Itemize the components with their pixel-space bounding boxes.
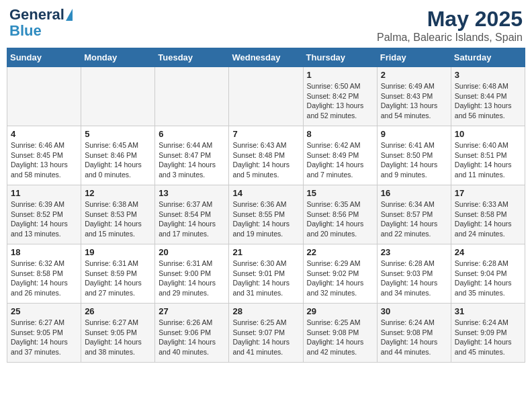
calendar-cell: 20Sunrise: 6:31 AMSunset: 9:00 PMDayligh…: [155, 244, 229, 304]
cell-info: Sunrise: 6:33 AMSunset: 8:58 PMDaylight:…: [455, 199, 521, 239]
day-header-thursday: Thursday: [303, 48, 377, 67]
day-number: 15: [307, 188, 373, 198]
calendar-cell: 26Sunrise: 6:27 AMSunset: 9:05 PMDayligh…: [81, 304, 155, 363]
calendar-week-4: 18Sunrise: 6:32 AMSunset: 8:58 PMDayligh…: [7, 244, 525, 304]
calendar-cell: [7, 67, 81, 126]
day-number: 20: [159, 247, 225, 257]
day-number: 12: [85, 188, 151, 198]
calendar-cell: 8Sunrise: 6:42 AMSunset: 8:49 PMDaylight…: [303, 126, 377, 185]
logo-text-general: General: [9, 7, 64, 23]
cell-info: Sunrise: 6:46 AMSunset: 8:45 PMDaylight:…: [11, 140, 77, 180]
day-number: 1: [307, 70, 373, 80]
logo: General Blue: [9, 7, 73, 39]
cell-info: Sunrise: 6:48 AMSunset: 8:44 PMDaylight:…: [455, 81, 521, 121]
header-row: SundayMondayTuesdayWednesdayThursdayFrid…: [7, 48, 525, 67]
calendar-week-1: 1Sunrise: 6:50 AMSunset: 8:42 PMDaylight…: [7, 67, 525, 126]
day-number: 25: [11, 306, 77, 316]
day-number: 7: [232, 129, 299, 139]
cell-info: Sunrise: 6:28 AMSunset: 9:04 PMDaylight:…: [455, 259, 521, 298]
calendar-cell: 4Sunrise: 6:46 AMSunset: 8:45 PMDaylight…: [7, 126, 81, 185]
calendar-subtitle: Palma, Balearic Islands, Spain: [377, 32, 523, 44]
cell-info: Sunrise: 6:30 AMSunset: 9:01 PMDaylight:…: [232, 259, 299, 298]
calendar-cell: [155, 67, 229, 126]
cell-info: Sunrise: 6:38 AMSunset: 8:53 PMDaylight:…: [85, 199, 151, 239]
cell-info: Sunrise: 6:34 AMSunset: 8:57 PMDaylight:…: [381, 199, 447, 239]
day-number: 17: [455, 188, 521, 198]
day-number: 26: [85, 306, 151, 316]
calendar-cell: 31Sunrise: 6:24 AMSunset: 9:09 PMDayligh…: [451, 304, 525, 363]
day-number: 19: [85, 247, 151, 257]
cell-info: Sunrise: 6:44 AMSunset: 8:47 PMDaylight:…: [159, 140, 225, 180]
day-number: 27: [159, 306, 225, 316]
day-number: 18: [11, 247, 77, 257]
cell-info: Sunrise: 6:37 AMSunset: 8:54 PMDaylight:…: [159, 199, 225, 239]
calendar-table: SundayMondayTuesdayWednesdayThursdayFrid…: [7, 48, 525, 363]
cell-info: Sunrise: 6:42 AMSunset: 8:49 PMDaylight:…: [307, 140, 373, 180]
calendar-cell: 21Sunrise: 6:30 AMSunset: 9:01 PMDayligh…: [229, 244, 303, 304]
calendar-cell: 7Sunrise: 6:43 AMSunset: 8:48 PMDaylight…: [229, 126, 303, 185]
cell-info: Sunrise: 6:39 AMSunset: 8:52 PMDaylight:…: [11, 199, 77, 239]
calendar-cell: 3Sunrise: 6:48 AMSunset: 8:44 PMDaylight…: [451, 67, 525, 126]
day-header-monday: Monday: [81, 48, 155, 67]
calendar-title: May 2025: [377, 7, 523, 32]
cell-info: Sunrise: 6:43 AMSunset: 8:48 PMDaylight:…: [232, 140, 299, 180]
calendar-cell: 12Sunrise: 6:38 AMSunset: 8:53 PMDayligh…: [81, 185, 155, 244]
day-number: 23: [381, 247, 447, 257]
cell-info: Sunrise: 6:50 AMSunset: 8:42 PMDaylight:…: [307, 81, 373, 121]
calendar-cell: 5Sunrise: 6:45 AMSunset: 8:46 PMDaylight…: [81, 126, 155, 185]
cell-info: Sunrise: 6:27 AMSunset: 9:05 PMDaylight:…: [85, 318, 151, 357]
day-number: 31: [455, 306, 521, 316]
cell-info: Sunrise: 6:32 AMSunset: 8:58 PMDaylight:…: [11, 259, 77, 298]
calendar-week-5: 25Sunrise: 6:27 AMSunset: 9:05 PMDayligh…: [7, 304, 525, 363]
calendar-cell: 30Sunrise: 6:24 AMSunset: 9:08 PMDayligh…: [377, 304, 451, 363]
calendar-week-3: 11Sunrise: 6:39 AMSunset: 8:52 PMDayligh…: [7, 185, 525, 244]
cell-info: Sunrise: 6:28 AMSunset: 9:03 PMDaylight:…: [381, 259, 447, 298]
day-number: 24: [455, 247, 521, 257]
calendar-cell: 28Sunrise: 6:25 AMSunset: 9:07 PMDayligh…: [229, 304, 303, 363]
cell-info: Sunrise: 6:31 AMSunset: 8:59 PMDaylight:…: [85, 259, 151, 298]
day-number: 6: [159, 129, 225, 139]
calendar-cell: 27Sunrise: 6:26 AMSunset: 9:06 PMDayligh…: [155, 304, 229, 363]
calendar-cell: 9Sunrise: 6:41 AMSunset: 8:50 PMDaylight…: [377, 126, 451, 185]
cell-info: Sunrise: 6:29 AMSunset: 9:02 PMDaylight:…: [307, 259, 373, 298]
calendar-cell: 16Sunrise: 6:34 AMSunset: 8:57 PMDayligh…: [377, 185, 451, 244]
calendar-cell: 22Sunrise: 6:29 AMSunset: 9:02 PMDayligh…: [303, 244, 377, 304]
day-header-wednesday: Wednesday: [229, 48, 303, 67]
day-number: 30: [381, 306, 447, 316]
cell-info: Sunrise: 6:31 AMSunset: 9:00 PMDaylight:…: [159, 259, 225, 298]
calendar-cell: 11Sunrise: 6:39 AMSunset: 8:52 PMDayligh…: [7, 185, 81, 244]
calendar-cell: 25Sunrise: 6:27 AMSunset: 9:05 PMDayligh…: [7, 304, 81, 363]
day-header-sunday: Sunday: [7, 48, 81, 67]
cell-info: Sunrise: 6:45 AMSunset: 8:46 PMDaylight:…: [85, 140, 151, 180]
calendar-cell: 1Sunrise: 6:50 AMSunset: 8:42 PMDaylight…: [303, 67, 377, 126]
calendar-cell: 10Sunrise: 6:40 AMSunset: 8:51 PMDayligh…: [451, 126, 525, 185]
calendar-cell: 2Sunrise: 6:49 AMSunset: 8:43 PMDaylight…: [377, 67, 451, 126]
day-number: 10: [455, 129, 521, 139]
cell-info: Sunrise: 6:24 AMSunset: 9:09 PMDaylight:…: [455, 318, 521, 357]
cell-info: Sunrise: 6:24 AMSunset: 9:08 PMDaylight:…: [381, 318, 447, 357]
cell-info: Sunrise: 6:41 AMSunset: 8:50 PMDaylight:…: [381, 140, 447, 180]
calendar-cell: [229, 67, 303, 126]
day-number: 29: [307, 306, 373, 316]
calendar-cell: 24Sunrise: 6:28 AMSunset: 9:04 PMDayligh…: [451, 244, 525, 304]
cell-info: Sunrise: 6:49 AMSunset: 8:43 PMDaylight:…: [381, 81, 447, 121]
calendar-cell: 14Sunrise: 6:36 AMSunset: 8:55 PMDayligh…: [229, 185, 303, 244]
page-header: General Blue May 2025 Palma, Balearic Is…: [7, 7, 525, 44]
cell-info: Sunrise: 6:25 AMSunset: 9:07 PMDaylight:…: [232, 318, 299, 357]
day-number: 8: [307, 129, 373, 139]
logo-text-blue: Blue: [9, 23, 42, 39]
day-number: 22: [307, 247, 373, 257]
calendar-cell: 18Sunrise: 6:32 AMSunset: 8:58 PMDayligh…: [7, 244, 81, 304]
calendar-cell: 15Sunrise: 6:35 AMSunset: 8:56 PMDayligh…: [303, 185, 377, 244]
day-number: 2: [381, 70, 447, 80]
day-number: 11: [11, 188, 77, 198]
day-number: 13: [159, 188, 225, 198]
cell-info: Sunrise: 6:40 AMSunset: 8:51 PMDaylight:…: [455, 140, 521, 180]
day-header-friday: Friday: [377, 48, 451, 67]
title-block: May 2025 Palma, Balearic Islands, Spain: [377, 7, 523, 44]
calendar-cell: 23Sunrise: 6:28 AMSunset: 9:03 PMDayligh…: [377, 244, 451, 304]
day-number: 21: [232, 247, 299, 257]
calendar-cell: 17Sunrise: 6:33 AMSunset: 8:58 PMDayligh…: [451, 185, 525, 244]
day-header-saturday: Saturday: [451, 48, 525, 67]
day-number: 28: [232, 306, 299, 316]
